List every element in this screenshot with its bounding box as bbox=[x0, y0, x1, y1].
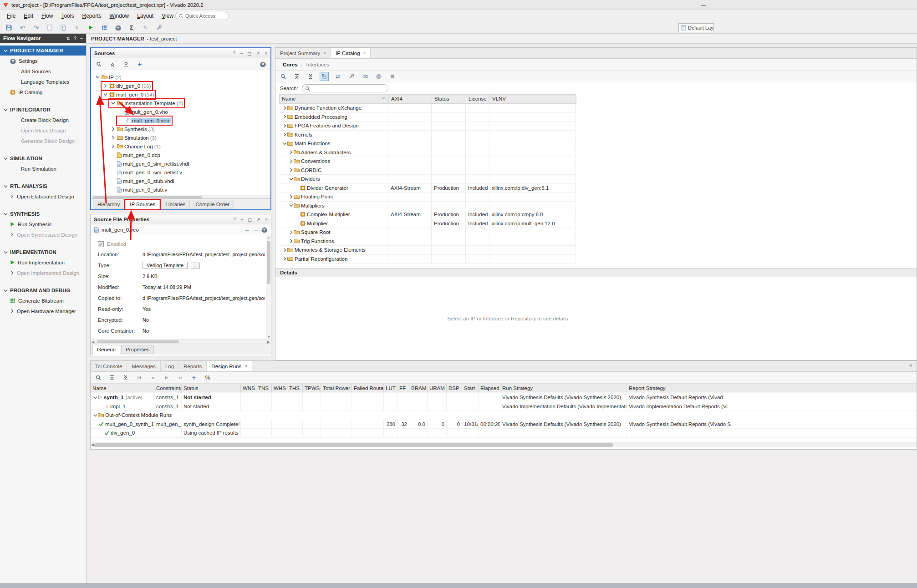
flow-nav-item-open-block-design[interactable]: Open Block Design bbox=[0, 125, 86, 136]
collapse-all-button[interactable] bbox=[108, 374, 116, 382]
minimize-icon[interactable]: − bbox=[240, 217, 243, 222]
design-run-row-div-gen-0[interactable]: div_gen_0Using cached IP results bbox=[91, 429, 917, 438]
tree-item-instantiation-template[interactable]: Instantiation Template(2) bbox=[91, 99, 270, 107]
design-run-row-out-of-context-module-runs[interactable]: Out-of-Context Module Runs bbox=[91, 411, 917, 420]
stop-button[interactable] bbox=[388, 72, 397, 81]
column-header-lut[interactable]: LUT bbox=[384, 384, 397, 393]
expand-all-button[interactable] bbox=[306, 72, 315, 81]
ip-catalog-group-multipliers[interactable]: Multipliers bbox=[279, 202, 576, 211]
flow-nav-section-ip-integrator[interactable]: IP INTEGRATOR bbox=[0, 105, 86, 115]
column-header-total-power[interactable]: Total Power bbox=[321, 384, 352, 393]
float-icon[interactable]: ◻ bbox=[248, 217, 252, 222]
maximize-icon[interactable]: ↗ bbox=[256, 217, 260, 222]
flow-nav-section-project-manager[interactable]: PROJECT MANAGER bbox=[0, 46, 86, 56]
column-header-failed-routes[interactable]: Failed Routes bbox=[352, 384, 384, 393]
ip-catalog-group-square-root[interactable]: Square Root bbox=[279, 228, 576, 237]
scroll-right-icon[interactable]: ▶ bbox=[267, 340, 270, 344]
flow-nav-section-synthesis[interactable]: SYNTHESIS bbox=[0, 209, 86, 219]
column-header-status[interactable]: Status bbox=[432, 95, 466, 103]
flow-nav-section-program-and-debug[interactable]: PROGRAM AND DEBUG bbox=[0, 285, 86, 295]
menu-flow[interactable]: Flow bbox=[37, 11, 57, 21]
run-button[interactable] bbox=[87, 24, 95, 32]
view-interfaces[interactable]: Interfaces bbox=[306, 62, 330, 67]
flow-nav-item-run-simulation[interactable]: Run Simulation bbox=[0, 163, 86, 174]
undo-button[interactable]: ↶ bbox=[18, 24, 26, 32]
scrollbar-thumb[interactable] bbox=[93, 196, 202, 198]
menu-reports[interactable]: Reports bbox=[78, 11, 105, 21]
prev-button[interactable]: « bbox=[149, 374, 157, 382]
minimize-icon[interactable]: − bbox=[240, 51, 243, 56]
column-header-wns[interactable]: WNS bbox=[241, 384, 256, 393]
design-run-row-mult-gen-0-synth-1[interactable]: mult_gen_0_synth_1mult_gen_0synth_design… bbox=[91, 420, 917, 429]
column-header-ths[interactable]: THS bbox=[287, 384, 303, 393]
flow-nav-section-rtl-analysis[interactable]: RTL ANALYSIS bbox=[0, 181, 86, 191]
quick-access-search[interactable] bbox=[175, 12, 229, 20]
copy-button[interactable] bbox=[59, 24, 67, 32]
ip-catalog-group-math-functions[interactable]: Math Functions bbox=[279, 139, 576, 148]
settings-button[interactable] bbox=[259, 60, 267, 68]
tab-libraries[interactable]: Libraries bbox=[161, 200, 190, 209]
ip-catalog-group-fpga-features-and-design[interactable]: FPGA Features and Design bbox=[279, 122, 576, 131]
tree-item-mult-gen-0-vho[interactable]: mult_gen_0.vho bbox=[91, 107, 270, 116]
minimize-button[interactable]: — bbox=[698, 0, 709, 10]
column-header-start[interactable]: Start bbox=[462, 384, 479, 393]
flow-nav-item-create-block-design[interactable]: Create Block Design bbox=[0, 115, 86, 125]
help-icon[interactable]: ? bbox=[74, 36, 76, 41]
column-header-run-strategy[interactable]: Run Strategy bbox=[500, 384, 627, 393]
collapse-all-button[interactable] bbox=[108, 60, 117, 68]
tree-item-ip[interactable]: IP(2) bbox=[91, 73, 270, 81]
design-run-row-impl-1[interactable]: impl_1constrs_1Not startedVivado Impleme… bbox=[91, 402, 917, 411]
column-header-dsp[interactable]: DSP bbox=[447, 384, 462, 393]
flow-nav-section-simulation[interactable]: SIMULATION bbox=[0, 153, 86, 163]
close-icon[interactable]: × bbox=[265, 51, 267, 56]
link-button[interactable] bbox=[361, 72, 369, 81]
save-button[interactable] bbox=[5, 24, 13, 32]
transfer-button[interactable]: ⇄ bbox=[334, 72, 342, 81]
flow-nav-item-run-synthesis[interactable]: Run Synthesis bbox=[0, 219, 86, 229]
tab-design-runs[interactable]: Design Runs× bbox=[207, 361, 252, 371]
expand-all-button[interactable] bbox=[122, 374, 130, 382]
flow-nav-item-settings[interactable]: Settings bbox=[0, 56, 86, 66]
add-button[interactable]: + bbox=[190, 374, 198, 382]
scroll-left-icon[interactable]: ◀ bbox=[92, 340, 94, 344]
quick-access-input[interactable] bbox=[185, 13, 224, 19]
help-icon[interactable]: ? bbox=[905, 361, 917, 371]
scrollbar-thumb[interactable] bbox=[267, 241, 270, 284]
tab-project-summary[interactable]: Project Summary× bbox=[275, 48, 331, 58]
column-header-status[interactable]: Status bbox=[182, 384, 241, 393]
tree-item-mult-gen-0-stub-vhdl[interactable]: mult_gen_0_stub.vhdl bbox=[91, 177, 270, 185]
flow-nav-item-language-templates[interactable]: Language Templates bbox=[0, 76, 86, 87]
close-icon[interactable]: × bbox=[363, 51, 366, 56]
close-icon[interactable]: × bbox=[265, 217, 268, 222]
sources-h-scrollbar[interactable] bbox=[91, 195, 270, 198]
search-button[interactable] bbox=[279, 72, 287, 81]
flow-nav-item-open-hardware-manager[interactable]: Open Hardware Manager bbox=[0, 306, 86, 316]
forward-arrow-icon[interactable]: → bbox=[253, 227, 259, 233]
tab-reports[interactable]: Reports bbox=[179, 361, 207, 371]
collapse-all-button[interactable] bbox=[293, 72, 301, 81]
ip-catalog-group-floating-point[interactable]: Floating Point bbox=[279, 193, 576, 202]
tree-item-change-log[interactable]: Change Log(1) bbox=[91, 142, 270, 151]
tree-item-div-gen-0[interactable]: div_gen_0(16) bbox=[91, 81, 270, 90]
wrench-button[interactable] bbox=[347, 72, 356, 81]
minimize-icon[interactable]: − bbox=[80, 36, 83, 41]
column-header-report-strategy[interactable]: Report Strategy bbox=[627, 384, 917, 393]
column-header-axi4[interactable]: AXI4 bbox=[389, 95, 432, 103]
column-header-uram[interactable]: URAM bbox=[428, 384, 447, 393]
search-button[interactable] bbox=[95, 60, 103, 68]
ip-catalog-group-dividers[interactable]: Dividers bbox=[279, 175, 576, 184]
column-header-ff[interactable]: FF bbox=[397, 384, 409, 393]
tab-ip-catalog[interactable]: IP Catalog× bbox=[331, 48, 371, 58]
column-header-license[interactable]: License bbox=[466, 95, 490, 103]
column-header-vlnv[interactable]: VLNV bbox=[490, 95, 576, 103]
column-header-whs[interactable]: WHS bbox=[272, 384, 287, 393]
tree-item-mult-gen-0-sim-netlist-vhdl[interactable]: mult_gen_0_sim_netlist.vhdl bbox=[91, 159, 270, 168]
menu-file[interactable]: File bbox=[3, 11, 20, 21]
column-header-tpws[interactable]: TPWS bbox=[303, 384, 321, 393]
catalog-search-input[interactable] bbox=[302, 84, 388, 92]
scroll-left-icon[interactable]: ◀ bbox=[91, 443, 94, 447]
menu-window[interactable]: Window bbox=[105, 11, 133, 21]
runs-h-scrollbar[interactable]: ◀ bbox=[91, 442, 917, 447]
ip-catalog-group-dynamic-function-exchange[interactable]: Dynamic Function eXchange bbox=[279, 104, 576, 113]
back-arrow-icon[interactable]: ← bbox=[244, 227, 250, 233]
